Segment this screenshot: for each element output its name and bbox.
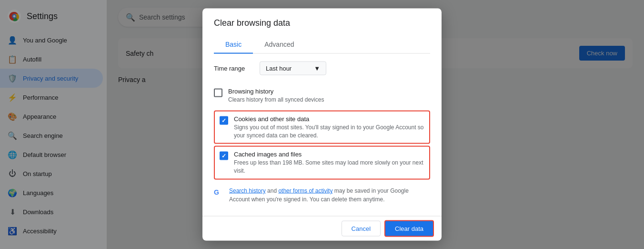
time-range-select[interactable]: Last hour ▼ [260, 62, 326, 75]
cached-images-title: Cached images and files [234, 151, 424, 158]
google-g-icon: G [214, 187, 223, 197]
other-forms-link[interactable]: other forms of activity [278, 187, 332, 194]
cookies-checkbox[interactable] [220, 116, 228, 124]
time-range-label: Time range [214, 65, 252, 72]
chevron-down-icon: ▼ [314, 65, 320, 72]
clear-data-button[interactable]: Clear data [384, 220, 434, 237]
cached-images-item: Cached images and files Frees up less th… [214, 146, 430, 180]
cancel-button[interactable]: Cancel [342, 220, 381, 236]
cookies-title: Cookies and other site data [234, 115, 424, 122]
browsing-history-title: Browsing history [228, 88, 430, 95]
search-history-link[interactable]: Search history [229, 187, 266, 194]
cookies-desc: Signs you out of most sites. You'll stay… [234, 123, 424, 139]
browsing-history-checkbox-wrapper[interactable] [214, 89, 222, 97]
cookies-item: Cookies and other site data Signs you ou… [214, 110, 430, 144]
dialog-tabs: Basic Advanced [214, 36, 430, 54]
tab-advanced[interactable]: Advanced [253, 36, 305, 54]
clear-browsing-data-dialog: Clear browsing data Basic Advanced Time … [202, 9, 442, 241]
google-note: G Search history and other forms of acti… [214, 181, 430, 208]
cookies-checkbox-wrapper[interactable] [220, 116, 228, 124]
browsing-history-item: Browsing history Clears history from all… [214, 83, 430, 109]
browsing-history-desc: Clears history from all synced devices [228, 96, 430, 104]
time-range-row: Time range Last hour ▼ [214, 62, 430, 75]
cookies-content: Cookies and other site data Signs you ou… [234, 115, 424, 139]
cached-images-content: Cached images and files Frees up less th… [234, 151, 424, 175]
google-note-text: Search history and other forms of activi… [229, 186, 430, 203]
dialog-header: Clear browsing data Basic Advanced [202, 9, 442, 54]
dialog-body: Time range Last hour ▼ Browsing history … [202, 54, 442, 216]
browsing-history-checkbox[interactable] [214, 89, 222, 97]
time-range-value: Last hour [266, 65, 292, 72]
google-note-middle: and [267, 187, 278, 194]
cached-images-desc: Frees up less than 198 MB. Some sites ma… [234, 159, 424, 175]
dialog-title: Clear browsing data [214, 18, 430, 28]
tab-basic[interactable]: Basic [214, 36, 253, 54]
dialog-footer: Cancel Clear data [202, 216, 442, 240]
cached-images-checkbox-wrapper[interactable] [220, 152, 228, 160]
cached-images-checkbox[interactable] [220, 152, 228, 160]
browsing-history-content: Browsing history Clears history from all… [228, 88, 430, 104]
